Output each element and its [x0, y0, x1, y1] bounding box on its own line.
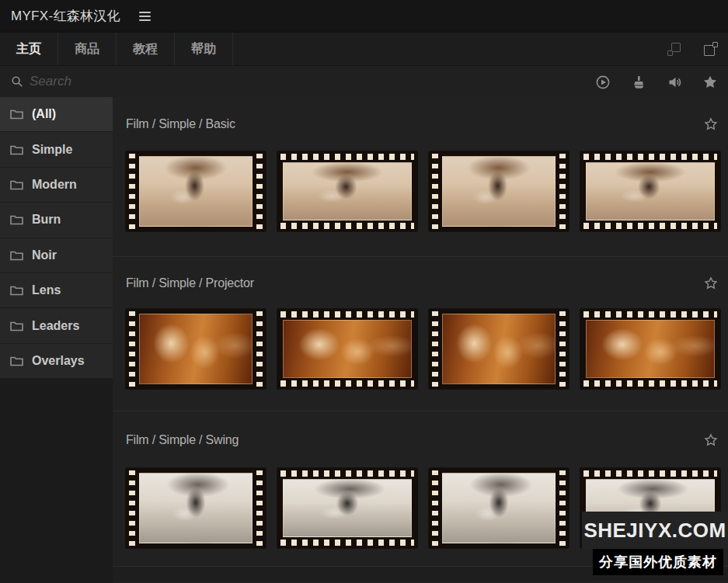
sidebar-item-label: Overlays — [32, 354, 85, 368]
film-frame — [283, 162, 412, 220]
film-frame — [442, 473, 556, 543]
film-frame — [139, 156, 253, 227]
thumbnail-row — [113, 309, 728, 389]
nav-item-home[interactable]: 主页 — [0, 33, 58, 65]
content-area: Film / Simple / Basic Film / Simple / Pr… — [113, 97, 728, 583]
folder-icon — [10, 179, 23, 190]
sidebar-item-label: Lens — [32, 283, 61, 297]
thumbnail[interactable] — [429, 468, 569, 548]
search-icon — [11, 75, 23, 88]
folder-icon — [10, 321, 23, 331]
sidebar-item-label: (All) — [32, 107, 56, 121]
folder-icon — [10, 109, 23, 120]
thumbnail[interactable] — [126, 309, 266, 389]
film-frame — [442, 156, 556, 227]
folder-icon — [10, 214, 23, 225]
play-preview-icon[interactable] — [595, 75, 611, 90]
nav-item-products[interactable]: 商品 — [58, 33, 117, 65]
sidebar-item-burn[interactable]: Burn — [0, 203, 113, 238]
sidebar-item-simple[interactable]: Simple — [0, 132, 113, 167]
film-frame — [139, 473, 253, 543]
nav-item-tutorials[interactable]: 教程 — [117, 33, 175, 65]
sidebar-item-leaders[interactable]: Leaders — [0, 308, 113, 343]
sidebar-item-label: Noir — [32, 248, 57, 262]
watermark-site: SHEJIYX.COM — [582, 512, 728, 549]
app-title: MYFX-红森林汉化 — [11, 7, 120, 25]
sidebar: (All) Simple Modern Burn Noir Lens Lea — [0, 97, 113, 379]
sidebar-item-label: Burn — [32, 213, 61, 227]
favorite-section-star-icon[interactable] — [704, 276, 718, 290]
sidebar-item-modern[interactable]: Modern — [0, 168, 113, 203]
thumbnail[interactable] — [126, 151, 266, 231]
watermark-slogan: 分享国外优质素材 — [593, 549, 723, 575]
film-frame — [283, 479, 412, 537]
favorites-star-icon[interactable] — [702, 75, 718, 90]
sidebar-item-noir[interactable]: Noir — [0, 238, 113, 273]
thumbnail[interactable] — [580, 309, 720, 389]
sidebar-item-lens[interactable]: Lens — [0, 273, 113, 308]
sidebar-item-label: Modern — [32, 178, 77, 192]
section-title: Film / Simple / Basic — [126, 117, 235, 131]
apply-brush-icon[interactable] — [631, 75, 646, 90]
hamburger-menu-icon[interactable] — [139, 12, 151, 21]
thumbnail[interactable] — [580, 151, 720, 231]
search-input[interactable] — [30, 74, 356, 89]
thumbnail[interactable] — [429, 151, 569, 231]
thumbnail[interactable] — [277, 468, 417, 548]
sidebar-item-all[interactable]: (All) — [0, 97, 113, 132]
favorite-section-star-icon[interactable] — [704, 433, 718, 447]
nav-item-help[interactable]: 帮助 — [175, 33, 233, 65]
favorite-section-star-icon[interactable] — [704, 117, 718, 131]
folder-icon — [10, 356, 23, 366]
section-title: Film / Simple / Swing — [126, 433, 239, 447]
film-frame — [442, 314, 556, 384]
film-frame — [586, 162, 715, 220]
thumbnail-row — [113, 151, 728, 231]
sidebar-item-overlays[interactable]: Overlays — [0, 344, 113, 379]
film-frame — [283, 320, 412, 378]
titlebar: MYFX-红森林汉化 — [0, 0, 728, 32]
thumbnail[interactable] — [277, 151, 417, 231]
film-frame — [586, 320, 715, 378]
sidebar-item-label: Simple — [32, 143, 72, 157]
thumbnail[interactable] — [126, 468, 266, 548]
scale-window-icon[interactable] — [667, 42, 681, 57]
search-bar — [0, 65, 728, 97]
film-frame — [139, 314, 253, 384]
nav-bar: 主页 商品 教程 帮助 — [0, 32, 728, 65]
section-film-simple-basic: Film / Simple / Basic — [113, 97, 728, 257]
folder-icon — [10, 144, 23, 155]
audio-volume-icon[interactable] — [667, 75, 682, 90]
folder-icon — [10, 285, 23, 296]
thumbnail[interactable] — [429, 309, 569, 389]
thumbnail[interactable] — [277, 309, 417, 389]
sidebar-item-label: Leaders — [32, 319, 79, 333]
pin-window-icon[interactable] — [703, 42, 718, 57]
folder-icon — [10, 250, 23, 261]
section-title: Film / Simple / Projector — [126, 276, 254, 290]
section-film-simple-projector: Film / Simple / Projector — [113, 257, 728, 411]
